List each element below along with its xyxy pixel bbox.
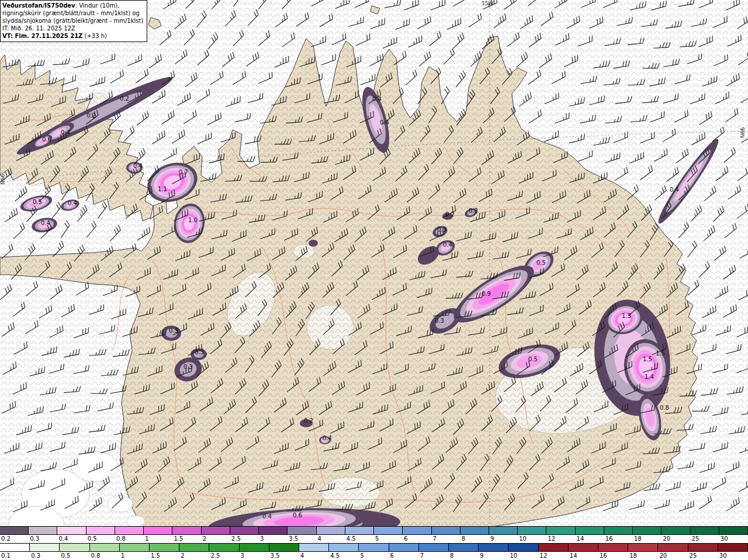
scale-cell: [317, 527, 345, 534]
scale-cell: [432, 527, 460, 534]
scale-cell: [329, 544, 359, 551]
precip-value-label: 0.4: [61, 129, 70, 136]
precip-value-label: 0.7: [179, 169, 188, 175]
forecast-title-box: Veðurstofan/IS750dev: Vindur (10m), rign…: [0, 0, 147, 42]
scale-tick-label: 0.3: [31, 552, 40, 559]
scale-tick-label: 12: [540, 552, 548, 559]
scale-tick-label: 6: [404, 535, 407, 542]
scale-cell: [359, 544, 389, 551]
scale-cell: [691, 527, 719, 534]
precip-value-label: 0.2: [120, 95, 129, 102]
precip-value-label: 0.4: [41, 220, 50, 226]
scale-tick-label: 16: [600, 552, 607, 559]
scale-tick-label: 0.1: [1, 552, 11, 559]
scale-cell: [345, 527, 374, 534]
weather-map-screen: 15WN66N660.20.20.40.60.40.71.10.50.40.41…: [0, 0, 748, 560]
precip-value-label: 0.4: [372, 96, 382, 102]
snow-scale-bar: 0.20.30.40.50.811.522.533.544.5567891012…: [0, 526, 748, 543]
precip-value-label: 0.6: [42, 136, 51, 143]
scale-cell: [0, 527, 29, 534]
scale-cell: [719, 527, 748, 534]
precip-value-label: 0.4: [323, 435, 332, 441]
scale-tick-label: 14: [577, 535, 584, 542]
scale-cell: [202, 527, 230, 534]
scale-tick-label: 0.2: [1, 535, 11, 542]
scale-tick-label: 0.4: [58, 535, 68, 542]
scale-tick-label: 0.5: [61, 552, 70, 559]
precip-value-label: 0.5: [33, 199, 42, 205]
precip-value-label: 0.2: [304, 417, 313, 424]
precip-value-label: 1.1: [158, 186, 167, 192]
title-snow-legend: slydda/snjókoma (grátt/bleikt/grænt - mm…: [2, 17, 143, 25]
scale-cell: [0, 544, 30, 551]
scale-cell: [628, 544, 658, 551]
scale-tick-label: 0.8: [91, 552, 101, 559]
precip-value-label: 0.2: [86, 112, 96, 119]
scale-tick-label: 7: [432, 535, 436, 542]
scale-cell: [569, 544, 598, 551]
scale-cell: [172, 527, 201, 534]
valid-time: VT: Fim. 27.11.2025 21Z: [2, 33, 82, 39]
scale-tick-label: 6: [390, 552, 394, 559]
scale-tick-label: 30: [721, 535, 728, 542]
scale-cell: [576, 527, 604, 534]
scale-tick-label: 0.8: [116, 535, 126, 542]
scale-cell: [449, 544, 479, 551]
scale-cell: [240, 544, 269, 551]
scale-cell: [230, 527, 259, 534]
scale-tick-label: 4: [318, 535, 321, 542]
precip-value-label: 0.3: [169, 327, 178, 334]
scale-tick-label: 1.5: [151, 552, 160, 559]
scale-cell: [288, 527, 316, 534]
scale-cell: [598, 544, 628, 551]
scale-tick-label: 2: [203, 535, 206, 542]
precip-value-label: 0.2: [445, 211, 455, 217]
scale-tick-label: 1: [121, 552, 124, 559]
scale-tick-label: 5: [360, 552, 363, 559]
scale-tick-label: 10: [519, 535, 527, 542]
scale-tick-label: 25: [692, 535, 699, 542]
scale-cell: [259, 527, 288, 534]
precip-value-label: 1.0: [188, 217, 198, 223]
scale-tick-label: 9: [480, 552, 483, 559]
scale-cell: [374, 527, 403, 534]
precip-value-label: 0.3: [435, 317, 444, 324]
scale-tick-label: 2.5: [210, 552, 220, 559]
scale-tick-label: 0.5: [88, 535, 97, 542]
scale-tick-label: 4.5: [330, 552, 340, 559]
scale-tick-label: 4: [300, 552, 304, 559]
precip-value-label: 0.9: [482, 291, 491, 297]
precip-value-label: 0.4: [443, 241, 452, 248]
scale-tick-label: 3: [260, 535, 264, 542]
scale-tick-label: 20: [659, 552, 667, 559]
scale-cell: [120, 544, 150, 551]
scale-tick-label: 10: [510, 552, 517, 559]
product-name: Veðurstofan/IS750dev: [2, 2, 75, 9]
scale-cell: [150, 544, 179, 551]
scale-cell: [508, 544, 538, 551]
scale-tick-label: 30: [719, 552, 727, 559]
scale-tick-label: 5: [375, 535, 379, 542]
scale-cell: [60, 544, 89, 551]
scale-cell: [688, 544, 718, 551]
rain-scale-labels: 0.10.30.50.811.522.533.544.5567891012141…: [0, 552, 748, 560]
scale-cell: [489, 527, 518, 534]
scale-tick-label: 0.3: [30, 535, 39, 542]
scale-tick-label: 1: [145, 535, 148, 542]
rain-scale-bar: 0.10.30.50.811.522.533.544.5567891012141…: [0, 543, 748, 560]
precip-value-label: 1.3: [622, 313, 631, 319]
precip-value-label: 0.4: [133, 163, 143, 169]
color-scales: 0.20.30.40.50.811.522.533.544.5567891012…: [0, 526, 748, 560]
scale-tick-label: 3.5: [271, 552, 280, 559]
hatch-overlay: [0, 0, 748, 526]
scale-tick-label: 20: [663, 535, 670, 542]
scale-cell: [57, 527, 86, 534]
scale-tick-label: 2.5: [231, 535, 241, 542]
scale-tick-label: 18: [634, 535, 642, 542]
precip-value-label: 0.8: [660, 405, 669, 411]
scale-cell: [546, 527, 575, 534]
scale-cell: [144, 527, 172, 534]
scale-cell: [403, 527, 431, 534]
scale-cell: [518, 527, 546, 534]
scale-cell: [86, 527, 115, 534]
